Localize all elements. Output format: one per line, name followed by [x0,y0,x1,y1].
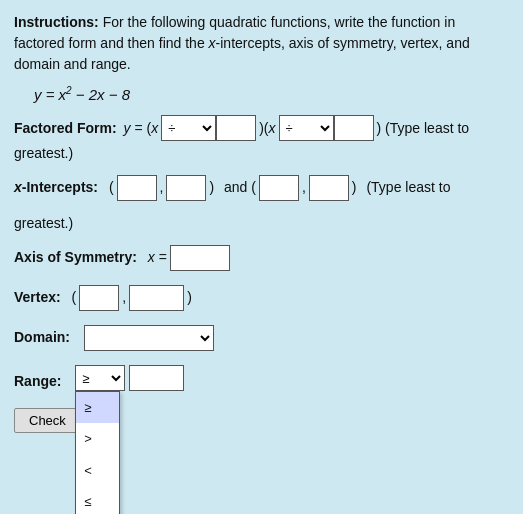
x-intercept1-comma: , [160,175,164,200]
vertex-row: Vertex: ( , ) [14,285,509,311]
x-intercepts-and: and ( [220,175,256,200]
vertex-close-paren: ) [187,285,192,310]
axis-of-symmetry-input[interactable] [170,245,230,271]
factored-select1[interactable]: ÷ + − × [161,115,216,141]
x-intercept1-y[interactable] [166,175,206,201]
domain-select[interactable]: All real numbers x ≥ 0 x > 0 x ≤ 0 x < 0 [84,325,214,351]
x-intercepts-open-paren: ( [105,175,114,200]
axis-of-symmetry-label: Axis of Symmetry: [14,245,137,270]
check-button[interactable]: Check [14,408,81,433]
x-intercepts-label: x-Intercepts: [14,175,98,200]
range-option-gt[interactable]: > [76,423,119,454]
x-intercepts-close1: ) [209,175,214,200]
x-intercepts-note: (Type least to [363,175,451,200]
domain-label: Domain: [14,325,70,350]
range-label: Range: [14,369,61,394]
range-value-input[interactable] [129,365,184,391]
factored-input2[interactable] [334,115,374,141]
x-intercept2-comma: , [302,175,306,200]
equation-text: y = x2 − 2x − 8 [34,86,130,103]
x-intercepts-greatest: greatest.) [14,215,509,231]
x-intercept2-y[interactable] [309,175,349,201]
factored-form-row: Factored Form: y = (x ÷ + − × )(x ÷ + − … [14,115,509,141]
factored-close2: ) (Type least to [377,120,470,136]
x-intercepts-row: x-Intercepts: ( , ) and ( , ) (Type leas… [14,175,509,201]
factored-form-line: Factored Form: y = (x ÷ + − × )(x ÷ + − … [14,115,509,141]
range-row: Range: ≥ > < ≤ ≥ > < ≤ [14,365,509,394]
vertex-label: Vertex: [14,285,61,310]
vertex-y[interactable] [129,285,184,311]
x-intercepts-close2: ) [352,175,357,200]
range-dropdown-container: ≥ > < ≤ ≥ > < ≤ [75,365,125,391]
x-intercept2-x[interactable] [259,175,299,201]
range-option-lt[interactable]: < [76,455,119,486]
vertex-comma: , [122,285,126,310]
axis-x-equals: x = [144,245,167,270]
range-select[interactable]: ≥ > < ≤ [75,365,125,391]
factored-select2[interactable]: ÷ + − × [279,115,334,141]
instructions-x: x [209,35,216,51]
vertex-open-paren: ( [68,285,77,310]
range-option-lte[interactable]: ≤ [76,486,119,514]
equation-display: y = x2 − 2x − 8 [34,85,509,103]
factored-greatest-note: greatest.) [14,145,509,161]
x-intercept1-x[interactable] [117,175,157,201]
factored-form-label: Factored Form: [14,120,117,136]
domain-row: Domain: All real numbers x ≥ 0 x > 0 x ≤… [14,325,509,351]
vertex-x[interactable] [79,285,119,311]
instructions-label: Instructions: [14,14,99,30]
factored-input1[interactable] [216,115,256,141]
instructions-block: Instructions: For the following quadrati… [14,12,509,75]
range-option-gte[interactable]: ≥ [76,392,119,423]
axis-of-symmetry-row: Axis of Symmetry: x = [14,245,509,271]
range-dropdown-menu: ≥ > < ≤ [75,391,120,514]
factored-close1: )(x [259,120,275,136]
domain-spacer [77,325,81,350]
factored-y-equals: y = (x [120,120,159,136]
range-spacer [68,365,72,390]
